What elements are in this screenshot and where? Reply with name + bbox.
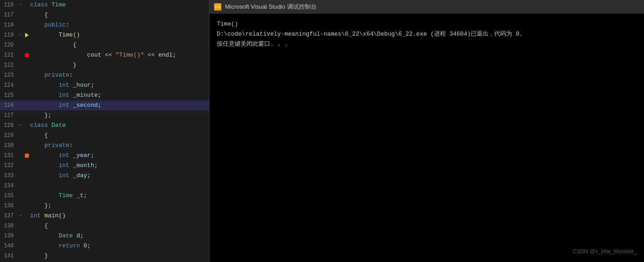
line-number: 128 (0, 121, 17, 131)
code-content: class Date (30, 121, 209, 131)
line-number: 137 (0, 211, 17, 221)
line-number: 140 (0, 241, 17, 251)
line-number: 139 (0, 231, 17, 241)
line-number: 127 (0, 110, 17, 121)
collapse-btn[interactable]: − (17, 30, 24, 40)
code-line-124: 124 int _hour; (0, 80, 209, 90)
code-content: int _day; (30, 171, 209, 181)
code-content: class Time (30, 0, 209, 10)
console-titlebar: C# Microsoft Visual Studio 调试控制台 (209, 0, 644, 14)
code-content: }; (30, 110, 209, 121)
line-number: 135 (0, 191, 17, 201)
code-line-120: 120 { (0, 40, 209, 50)
code-line-119: 119− Time() (0, 30, 209, 40)
code-line-126: 126 int _second; (0, 100, 209, 110)
code-line-141: 141 } (0, 251, 209, 261)
code-line-139: 139 Date d; (0, 231, 209, 241)
code-content: private: (30, 70, 209, 80)
code-line-131: 131 int _year; (0, 151, 209, 161)
code-line-118: 118 public: (0, 20, 209, 30)
code-content: }; (30, 201, 209, 211)
code-line-116: 116−class Time (0, 0, 209, 10)
console-body: Time() D:\code\relatively-meaningful-nam… (209, 14, 644, 262)
code-line-123: 123 private: (0, 70, 209, 80)
line-number: 134 (0, 181, 17, 191)
code-line-132: 132 int _month; (0, 161, 209, 171)
code-content: } (30, 251, 209, 261)
line-number: 119 (0, 30, 17, 40)
line-number: 123 (0, 70, 17, 80)
collapse-btn[interactable]: − (17, 121, 24, 131)
code-content: return 0; (30, 241, 209, 251)
code-content: Date d; (30, 231, 209, 241)
console-line-4: 按任意键关闭此窗口. . . (217, 39, 637, 49)
line-number: 117 (0, 10, 17, 20)
line-number: 121 (0, 50, 17, 60)
code-line-137: 137−int main() (0, 211, 209, 221)
line-number: 133 (0, 171, 17, 181)
line-number: 132 (0, 161, 17, 171)
line-number: 122 (0, 60, 17, 70)
breakpoint-area (24, 50, 30, 60)
code-line-121: 121 cout << "Time()" << endl; (0, 50, 209, 60)
code-content: { (30, 10, 209, 20)
code-content: public: (30, 20, 209, 30)
code-line-138: 138 { (0, 221, 209, 231)
code-content: } (30, 60, 209, 70)
code-content: Time() (30, 30, 209, 40)
code-line-135: 135 Time _t; (0, 191, 209, 201)
line-number: 136 (0, 201, 17, 211)
collapse-btn[interactable]: − (17, 0, 24, 10)
line-number: 124 (0, 80, 17, 90)
code-content: private: (30, 141, 209, 151)
code-content: { (30, 131, 209, 141)
line-number: 118 (0, 20, 17, 30)
code-content: int _year; (30, 151, 209, 161)
code-line-134: 134 (0, 181, 209, 191)
code-content: Time _t; (30, 191, 209, 201)
code-lines: 116−class Time117 {118 public:119− Time(… (0, 0, 209, 261)
code-content: int _second; (30, 100, 209, 110)
breakpoint-area (24, 151, 30, 161)
debug-console: C# Microsoft Visual Studio 调试控制台 Time() … (209, 0, 644, 262)
code-content (30, 181, 209, 191)
console-line-3: D:\code\relatively-meaningful-names\6_22… (217, 29, 637, 39)
code-line-136: 136 }; (0, 201, 209, 211)
code-line-129: 129 { (0, 131, 209, 141)
code-content: cout << "Time()" << endl; (30, 50, 209, 60)
code-line-133: 133 int _day; (0, 171, 209, 181)
code-line-140: 140 return 0; (0, 241, 209, 251)
code-content: int _hour; (30, 80, 209, 90)
code-line-127: 127 }; (0, 110, 209, 121)
code-content: int main() (30, 211, 209, 221)
code-content: { (30, 221, 209, 231)
console-title: Microsoft Visual Studio 调试控制台 (225, 3, 317, 11)
code-line-128: 128−class Date (0, 121, 209, 131)
code-line-125: 125 int _minute; (0, 90, 209, 100)
code-line-117: 117 { (0, 10, 209, 20)
code-line-130: 130 private: (0, 141, 209, 151)
breakpoint-area (24, 30, 30, 40)
console-watermark: CSDN @s_little_Monster_ (573, 246, 637, 257)
line-number: 131 (0, 151, 17, 161)
line-number: 138 (0, 221, 17, 231)
code-editor: 116−class Time117 {118 public:119− Time(… (0, 0, 209, 262)
line-number: 125 (0, 90, 17, 100)
line-number: 116 (0, 0, 17, 10)
line-number: 126 (0, 100, 17, 110)
collapse-btn[interactable]: − (17, 211, 24, 221)
vs-icon: C# (214, 3, 221, 10)
line-number: 141 (0, 251, 17, 261)
code-content: int _minute; (30, 90, 209, 100)
code-line-122: 122 } (0, 60, 209, 70)
code-content: { (30, 40, 209, 50)
line-number: 120 (0, 40, 17, 50)
console-line-1: Time() (217, 19, 637, 29)
line-number: 130 (0, 141, 17, 151)
code-content: int _month; (30, 161, 209, 171)
line-number: 129 (0, 131, 17, 141)
